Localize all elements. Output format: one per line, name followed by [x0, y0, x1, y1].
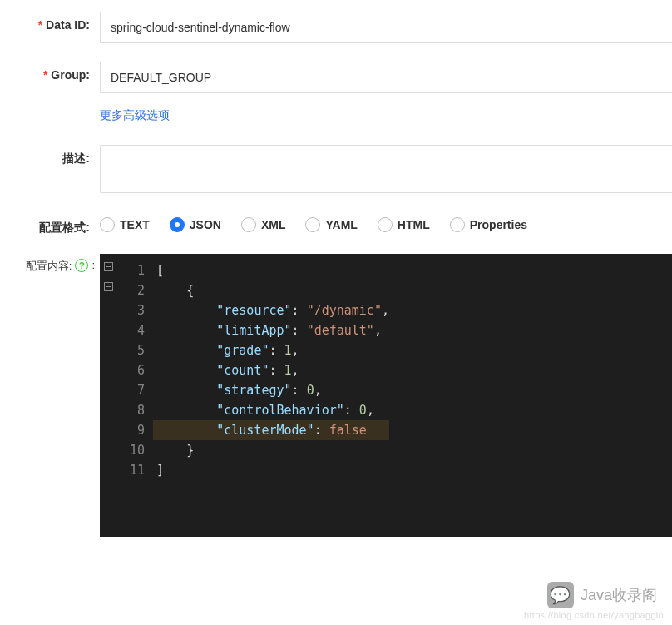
watermark: 💬 Java收录阁 [547, 582, 657, 608]
description-textarea[interactable] [100, 145, 672, 193]
format-radio-html[interactable]: HTML [378, 217, 430, 232]
data-id-input[interactable] [100, 12, 672, 43]
line-number: 6 [100, 360, 150, 380]
line-number: 3 [100, 300, 150, 320]
radio-label: TEXT [120, 218, 150, 231]
radio-label: XML [261, 218, 286, 231]
fold-icon[interactable] [104, 282, 113, 291]
format-radio-text[interactable]: TEXT [100, 217, 150, 232]
wechat-icon: 💬 [547, 582, 574, 608]
format-radio-xml[interactable]: XML [241, 217, 286, 232]
fold-icon[interactable] [104, 262, 113, 271]
code-editor[interactable]: 1234567891011[ { "resource": "/dynamic",… [100, 254, 672, 537]
format-radio-json[interactable]: JSON [170, 217, 221, 232]
description-label: 描述: [0, 145, 100, 196]
radio-label: JSON [190, 218, 221, 231]
code-line: "limitApp": "default", [153, 320, 389, 340]
format-radio-group: TEXTJSONXMLYAMLHTMLProperties [100, 214, 672, 232]
more-advanced-link[interactable]: 更多高级选项 [100, 105, 170, 126]
radio-icon [450, 217, 465, 232]
radio-icon [170, 217, 185, 232]
format-radio-properties[interactable]: Properties [450, 217, 527, 232]
radio-icon [305, 217, 320, 232]
watermark-text: Java收录阁 [581, 585, 657, 605]
group-label: *Group: [0, 62, 100, 93]
line-number: 7 [100, 380, 150, 400]
code-line: ] [153, 460, 389, 480]
code-line: "clusterMode": false [153, 420, 389, 440]
line-number: 10 [100, 440, 150, 460]
help-icon[interactable]: ? [75, 259, 88, 272]
radio-icon [100, 217, 115, 232]
line-number: 9 [100, 420, 150, 440]
watermark-url: https://blog.csdn.net/yangbaggio [524, 610, 664, 620]
line-number: 8 [100, 400, 150, 420]
radio-icon [241, 217, 256, 232]
code-line: "resource": "/dynamic", [153, 300, 389, 320]
line-number: 1 [100, 260, 150, 280]
radio-label: HTML [398, 218, 430, 231]
content-label: 配置内容: ? : [0, 254, 100, 537]
line-number: 5 [100, 340, 150, 360]
code-line: [ [153, 260, 389, 280]
radio-label: Properties [470, 218, 527, 231]
code-line: } [153, 440, 389, 460]
code-line: "grade": 1, [153, 340, 389, 360]
radio-icon [378, 217, 393, 232]
radio-label: YAML [325, 218, 357, 231]
data-id-label: *Data ID: [0, 12, 100, 43]
code-line: "count": 1, [153, 360, 389, 380]
line-number: 2 [100, 280, 150, 300]
line-number: 4 [100, 320, 150, 340]
format-label: 配置格式: [0, 214, 100, 236]
line-number: 11 [100, 460, 150, 480]
code-line: "controlBehavior": 0, [153, 400, 389, 420]
group-input[interactable] [100, 62, 672, 93]
code-line: "strategy": 0, [153, 380, 389, 400]
code-line: { [153, 280, 389, 300]
format-radio-yaml[interactable]: YAML [305, 217, 357, 232]
